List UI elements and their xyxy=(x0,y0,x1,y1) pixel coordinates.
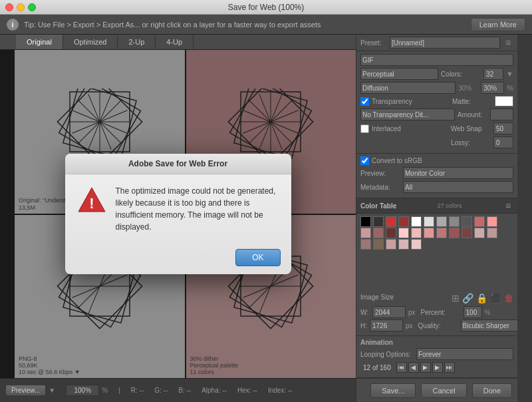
percent-input[interactable] xyxy=(464,306,482,318)
color-swatch[interactable] xyxy=(462,216,472,227)
modal-title-bar: Adobe Save for Web Error xyxy=(65,154,291,174)
preview-button[interactable]: Preview... xyxy=(5,385,46,396)
prev-frame-button[interactable]: ◀ xyxy=(408,362,419,373)
looping-select[interactable]: Forever xyxy=(416,348,513,360)
color-swatch[interactable] xyxy=(386,239,396,250)
preset-select[interactable]: [Unnamed] xyxy=(390,37,500,49)
height-input[interactable] xyxy=(370,319,403,331)
percent-sign: % xyxy=(485,309,491,316)
maximize-button[interactable] xyxy=(28,3,36,11)
percent-group: Percent: % xyxy=(421,306,491,318)
color-swatch[interactable] xyxy=(436,216,447,227)
tab-4up[interactable]: 4-Up xyxy=(156,35,194,49)
tab-2up[interactable]: 2-Up xyxy=(118,35,156,49)
save-button[interactable]: Save... xyxy=(370,383,416,398)
convert-label[interactable]: Convert to sRGB xyxy=(360,156,422,165)
interlaced-checkbox[interactable] xyxy=(360,124,369,133)
color-swatch[interactable] xyxy=(462,228,472,238)
transparency-row: Transparency Matte: xyxy=(360,96,513,106)
hex-value: Hex: -- xyxy=(237,387,257,394)
no-transparency-select[interactable]: No Transparency Dit... xyxy=(360,108,455,120)
color-swatch[interactable] xyxy=(360,216,371,227)
g-value: G: -- xyxy=(154,387,168,394)
color-swatch[interactable] xyxy=(373,216,384,227)
last-frame-button[interactable]: ⏭ xyxy=(444,362,455,373)
resize-icon[interactable]: ⊞ xyxy=(452,293,460,303)
color-swatch[interactable] xyxy=(449,216,460,227)
animation-title-row: Animation xyxy=(360,339,513,346)
play-button[interactable]: ▶ xyxy=(420,362,431,373)
color-model-select[interactable]: Perceptual xyxy=(360,68,438,80)
image-size-section: Image Size ⊞ 🔗 🔒 ⬛ 🗑 W: px Percent: % xyxy=(356,290,517,336)
color-swatch[interactable] xyxy=(411,228,422,238)
color-swatch[interactable] xyxy=(360,239,371,250)
color-swatch[interactable] xyxy=(398,228,409,238)
quality-label: Quality: xyxy=(418,322,458,329)
dither-input[interactable] xyxy=(481,82,504,94)
color-table-options[interactable]: ≡ xyxy=(503,200,513,211)
color-swatch[interactable] xyxy=(360,228,371,238)
color-swatch[interactable] xyxy=(424,216,434,227)
window-title: Save for Web (100%) xyxy=(228,3,305,12)
color-swatch[interactable] xyxy=(474,228,485,238)
traffic-lights xyxy=(5,3,36,11)
lossy-input[interactable] xyxy=(493,136,513,148)
zoom-display[interactable]: 100% xyxy=(66,385,99,396)
color-swatch[interactable] xyxy=(386,216,396,227)
learn-more-button[interactable]: Learn More xyxy=(471,18,525,31)
tab-original[interactable]: Original xyxy=(16,35,63,49)
format-select[interactable]: GIF xyxy=(360,54,513,66)
color-swatch[interactable] xyxy=(424,228,434,238)
link-icon[interactable]: 🔗 xyxy=(462,293,473,303)
preview-label: Preview: xyxy=(360,170,400,177)
close-button[interactable] xyxy=(5,3,13,11)
tip-text: Tip: Use File > Export > Export As... or… xyxy=(24,21,466,29)
preview-select[interactable]: Monitor Color xyxy=(403,167,513,179)
looping-row: Looping Options: Forever xyxy=(360,348,513,360)
ok-button[interactable]: OK xyxy=(235,249,280,266)
metadata-select[interactable]: All xyxy=(403,181,513,193)
convert-checkbox[interactable] xyxy=(360,156,369,165)
color-swatch[interactable] xyxy=(411,239,422,250)
color-swatch[interactable] xyxy=(411,216,422,227)
color-swatch[interactable] xyxy=(436,228,447,238)
color-swatch[interactable] xyxy=(474,216,485,227)
transparency-checkbox[interactable] xyxy=(360,97,369,106)
canvas-area: Original: "UnderstandingTurt" 13,5M xyxy=(0,50,356,378)
transparency-checkbox-label[interactable]: Transparency xyxy=(360,97,412,106)
color-swatch[interactable] xyxy=(398,216,409,227)
lock-icon[interactable]: 🔒 xyxy=(476,293,487,303)
first-frame-button[interactable]: ⏮ xyxy=(396,362,407,373)
colors-input[interactable] xyxy=(483,68,503,80)
r-value: R: -- xyxy=(131,387,144,394)
crop-icon[interactable]: ⬛ xyxy=(490,293,501,303)
color-swatch[interactable] xyxy=(398,239,409,250)
dither-select[interactable]: Diffusion xyxy=(360,82,456,94)
frame-count: 12 of 160 xyxy=(363,364,391,371)
color-swatch[interactable] xyxy=(373,228,384,238)
color-swatch[interactable] xyxy=(386,228,396,238)
modal-body: ! The optimized image could not be gener… xyxy=(65,174,291,244)
zoom-control[interactable]: 100% % xyxy=(66,385,108,396)
color-swatch[interactable] xyxy=(449,228,460,238)
panel-options-button[interactable]: ≡ xyxy=(503,37,513,48)
cancel-button[interactable]: Cancel xyxy=(421,383,466,398)
matte-color[interactable] xyxy=(495,96,513,106)
width-input[interactable] xyxy=(372,306,406,318)
delete-size-icon[interactable]: 🗑 xyxy=(504,293,513,303)
minimize-button[interactable] xyxy=(17,3,25,11)
color-swatch[interactable] xyxy=(373,239,384,250)
format-section: GIF Perceptual Colors: ▼ Diffusion 30% % xyxy=(356,51,517,154)
amount-input[interactable] xyxy=(490,108,513,120)
websnap-input[interactable] xyxy=(493,122,513,134)
interlaced-label[interactable]: Interlaced xyxy=(360,124,401,133)
color-swatch[interactable] xyxy=(487,216,497,227)
spacer xyxy=(356,252,517,290)
color-swatch[interactable] xyxy=(487,228,497,238)
status-bar: Preview... ▼ 100% % | R: -- G: -- B: -- … xyxy=(0,378,356,402)
done-button[interactable]: Done xyxy=(472,383,512,398)
quality-select[interactable]: Bicubic Sharper xyxy=(461,319,517,331)
tab-optimized[interactable]: Optimized xyxy=(63,35,118,49)
canvas-panel: Original Optimized 2-Up 4-Up xyxy=(0,35,356,402)
next-frame-button[interactable]: ▶ xyxy=(432,362,443,373)
